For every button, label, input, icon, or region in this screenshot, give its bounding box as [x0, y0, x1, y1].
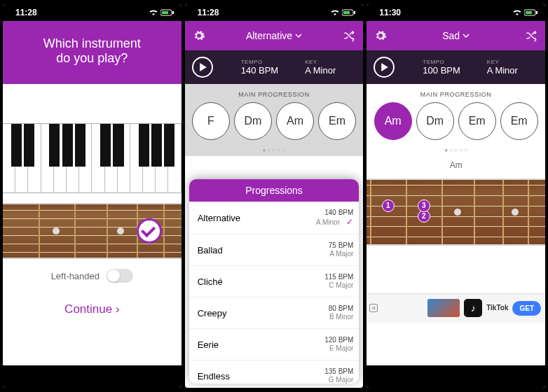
status-bar: 11:28 — [185, 4, 364, 21]
piano-option[interactable] — [3, 123, 181, 193]
battery-icon — [342, 9, 356, 16]
genre-dropdown[interactable]: Alternative — [206, 30, 343, 41]
check-icon: ✓ — [344, 217, 353, 227]
progression-row[interactable]: Creepy 80 BPMB Minor — [189, 298, 359, 329]
chord-slot[interactable]: Em — [318, 102, 356, 140]
gear-icon — [374, 29, 387, 42]
progression-meta: 135 BPMG Major — [324, 368, 353, 384]
page-indicator: ● ○ ○ ○ ○ — [185, 144, 364, 156]
chord-slot[interactable]: Dm — [416, 102, 454, 140]
svg-rect-7 — [526, 11, 532, 14]
home-indicator-area — [3, 365, 181, 388]
left-handed-label: Left-handed — [51, 271, 100, 281]
ad-close-icon[interactable]: ✕ — [369, 304, 378, 312]
progression-meta: 120 BPME Major — [324, 336, 353, 353]
chord-slot[interactable]: F — [192, 102, 230, 140]
left-handed-toggle[interactable] — [107, 269, 133, 283]
finger-marker: 3 — [418, 200, 430, 212]
wifi-icon — [330, 9, 340, 16]
play-button[interactable] — [192, 57, 213, 78]
playback-bar: TEMPO 100 BPM KEY A Minor — [367, 50, 545, 84]
gear-icon — [193, 29, 205, 42]
question-header: Which instrument do you play? — [3, 21, 181, 84]
chevron-right-icon: › — [112, 302, 119, 316]
play-icon — [381, 63, 389, 71]
main-progression-label: MAIN PROGRESSION — [367, 84, 545, 102]
key-value[interactable]: A Minor — [305, 65, 336, 76]
progression-name: Endless — [198, 371, 230, 382]
progression-name: Creepy — [198, 308, 227, 318]
progression-meta: 140 BPMA Minor ✓ — [316, 209, 353, 227]
top-bar: Sad — [367, 21, 545, 50]
chord-slot[interactable]: Am — [276, 102, 314, 140]
page-indicator: ● ○ ○ ○ ○ — [367, 144, 545, 156]
ad-banner[interactable]: ✕ ♪ TikTok GET — [367, 293, 545, 323]
key-value[interactable]: A Minor — [487, 65, 518, 76]
question-line1: Which instrument — [10, 36, 174, 51]
chord-slot[interactable]: Am — [374, 102, 412, 140]
progression-meta: 80 BPMB Minor — [329, 304, 354, 321]
progression-meta: 75 BPMA Major — [329, 241, 354, 258]
chord-row: Am Dm Em Em — [367, 102, 545, 144]
genre-dropdown[interactable]: Sad — [388, 30, 524, 41]
current-chord-name: Am — [367, 156, 545, 174]
screen-onboarding: 11:28 Which instrument do you play? Left… — [3, 4, 181, 388]
chord-diagram[interactable]: x o o x 1 2 3 — [367, 178, 545, 246]
progression-meta: 115 BPMC Major — [324, 273, 353, 290]
main-progression-label: MAIN PROGRESSION — [185, 84, 364, 102]
tempo-label: TEMPO — [241, 59, 278, 65]
tempo-label: TEMPO — [423, 59, 460, 65]
chord-slot[interactable]: Dm — [234, 102, 272, 140]
progression-name: Eerie — [198, 340, 219, 350]
battery-icon — [160, 9, 174, 16]
progression-row[interactable]: Ballad 75 BPMA Major — [189, 234, 359, 266]
svg-rect-1 — [162, 11, 168, 14]
settings-button[interactable] — [374, 29, 388, 43]
svg-rect-4 — [343, 11, 350, 14]
status-indicators — [149, 9, 174, 16]
status-indicators — [512, 9, 538, 16]
status-bar: 11:28 — [3, 4, 181, 21]
selected-checkmark-icon — [137, 218, 162, 244]
status-time: 11:28 — [198, 8, 219, 18]
ad-cta-button[interactable]: GET — [512, 301, 541, 316]
shuffle-icon — [525, 29, 537, 42]
chord-slot[interactable]: Em — [500, 102, 538, 140]
tempo-value[interactable]: 100 BPM — [423, 65, 460, 76]
chord-slot[interactable]: Em — [458, 102, 496, 140]
progression-name: Ballad — [198, 245, 223, 255]
shuffle-icon — [343, 29, 355, 42]
playback-bar: TEMPO 140 BPM KEY A Minor — [185, 50, 364, 84]
progressions-sheet: Progressions Alternative 140 BPMA Minor … — [189, 179, 359, 384]
settings-button[interactable] — [192, 29, 206, 43]
progression-name: Cliché — [198, 276, 223, 287]
status-bar: 11:30 — [367, 4, 545, 21]
shuffle-button[interactable] — [524, 29, 538, 43]
left-handed-row: Left-handed — [3, 259, 181, 293]
play-button[interactable] — [374, 57, 395, 78]
home-indicator-area — [367, 365, 545, 388]
svg-rect-2 — [172, 11, 174, 14]
progression-row[interactable]: Eerie 120 BPME Major — [189, 329, 359, 360]
chord-row: F Dm Am Em — [185, 102, 364, 144]
wifi-icon — [149, 9, 158, 16]
shuffle-button[interactable] — [342, 29, 356, 43]
chevron-down-icon — [463, 32, 470, 39]
progression-name: Alternative — [198, 213, 240, 223]
sheet-title: Progressions — [189, 179, 359, 202]
status-time: 11:28 — [15, 8, 37, 18]
status-indicators — [330, 9, 356, 16]
ad-app-name: TikTok — [486, 304, 508, 312]
question-line2: do you play? — [10, 51, 174, 66]
guitar-option[interactable] — [3, 203, 181, 259]
continue-button[interactable]: Continue › — [3, 293, 181, 326]
progression-row[interactable]: Endless 135 BPMG Major — [189, 360, 359, 384]
top-bar: Alternative — [185, 21, 364, 50]
progression-row[interactable]: Cliché 115 BPMC Major — [189, 266, 359, 298]
chevron-down-icon — [295, 32, 302, 39]
play-icon — [199, 63, 207, 71]
tiktok-logo-icon: ♪ — [464, 299, 482, 317]
progression-row[interactable]: Alternative 140 BPMA Minor ✓ — [189, 202, 359, 234]
svg-rect-5 — [354, 11, 355, 14]
tempo-value[interactable]: 140 BPM — [241, 65, 278, 76]
